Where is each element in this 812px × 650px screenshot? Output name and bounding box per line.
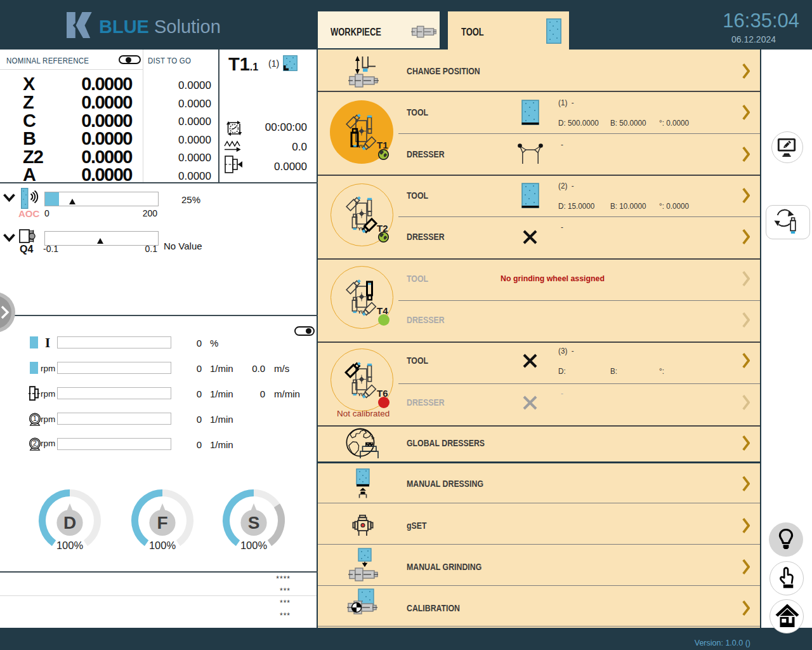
svg-text:1: 1 [33,415,37,422]
svg-text:F: F [157,513,167,533]
svg-text:S: S [248,513,260,533]
svg-text:2: 2 [33,440,37,447]
svg-text:D: D [63,513,76,533]
